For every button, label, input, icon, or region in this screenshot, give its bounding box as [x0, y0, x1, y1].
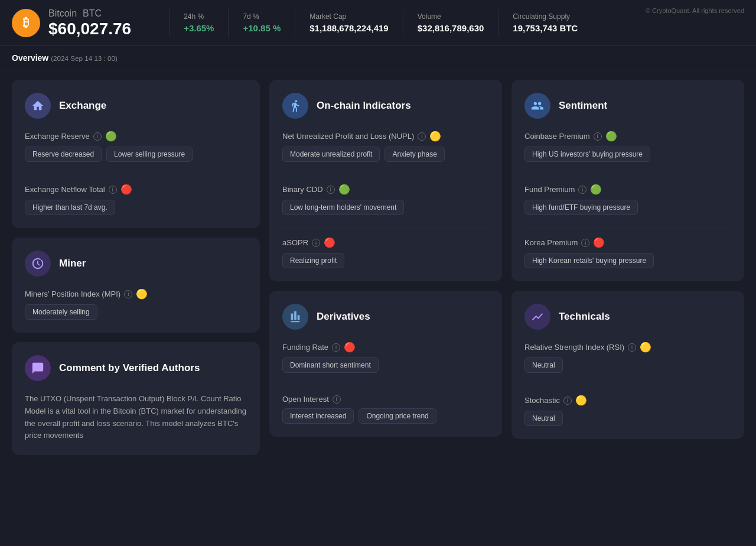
- divider-2: [228, 9, 229, 37]
- miner-mpi-info[interactable]: i: [124, 290, 132, 298]
- stochastic-info[interactable]: i: [563, 396, 572, 405]
- exchange-title: Exchange: [59, 100, 106, 112]
- sep1: [25, 174, 247, 174]
- tag-moderately-selling: Moderately selling: [25, 304, 97, 320]
- tag-rsi-neutral: Neutral: [524, 358, 563, 373]
- rsi-label: Relative Strength Index (RSI) i 🟡: [524, 342, 731, 353]
- korea-section: Korea Premium i 🔴 High Korean retails' b…: [524, 237, 731, 268]
- comment-body: The UTXO (Unspent Transaction Output) Bl…: [25, 393, 247, 442]
- korea-info[interactable]: i: [581, 239, 589, 247]
- rsi-status: 🟡: [640, 342, 651, 353]
- tag-realizing-profit: Realizing profit: [282, 253, 344, 268]
- nupl-info[interactable]: i: [418, 132, 426, 141]
- stochastic-label: Stochastic i 🟡: [524, 395, 731, 406]
- stat-24h: 24h % +3.65%: [184, 12, 214, 33]
- funding-info[interactable]: i: [332, 343, 340, 352]
- miner-header: Miner: [25, 251, 247, 277]
- stochastic-tags: Neutral: [524, 411, 731, 426]
- left-column: Exchange Exchange Reserve i 🟢 Reserve de…: [12, 80, 260, 455]
- comment-header: Comment by Verified Authors: [25, 355, 247, 381]
- coin-name: Bitcoin BTC: [48, 7, 131, 20]
- divider-5: [498, 9, 498, 37]
- sentiment-card: Sentiment Coinbase Premium i 🟢 High US i…: [511, 80, 744, 281]
- asopr-tags: Realizing profit: [282, 253, 489, 268]
- onchain-card: On-chain Indicators Net Unrealized Profi…: [269, 80, 502, 281]
- tag-lower-selling: Lower selling pressure: [106, 147, 193, 162]
- asopr-section: aSOPR i 🔴 Realizing profit: [282, 237, 489, 268]
- exchange-netflow-label: Exchange Netflow Total i 🔴: [25, 184, 247, 195]
- nupl-tags: Moderate unrealized profit Anxiety phase: [282, 147, 489, 162]
- stat-supply: Circulating Supply 19,753,743 BTC: [513, 12, 578, 33]
- comment-card: Comment by Verified Authors The UTXO (Un…: [12, 342, 260, 455]
- sep6: [524, 227, 731, 228]
- derivatives-card: Derivatives Funding Rate i 🔴 Dominant sh…: [269, 291, 502, 437]
- sep2: [282, 174, 489, 174]
- tag-stochastic-neutral: Neutral: [524, 411, 563, 426]
- binarycdd-section: Binary CDD i 🟢 Low long-term holders' mo…: [282, 184, 489, 215]
- coin-icon: ₿: [12, 9, 40, 37]
- asopr-info[interactable]: i: [312, 239, 320, 247]
- onchain-icon: [282, 93, 308, 119]
- sep7: [524, 385, 731, 385]
- stat-7d: 7d % +10.85 %: [243, 12, 281, 33]
- exchange-reserve-label: Exchange Reserve i 🟢: [25, 131, 247, 142]
- rsi-info[interactable]: i: [628, 343, 636, 352]
- overview-bar: Overview (2024 Sep 14 13 : 00): [0, 46, 756, 70]
- exchange-header: Exchange: [25, 93, 247, 119]
- binarycdd-info[interactable]: i: [327, 186, 335, 194]
- coinbase-label: Coinbase Premium i 🟢: [524, 131, 731, 142]
- fund-info[interactable]: i: [578, 186, 586, 194]
- tag-low-longterm: Low long-term holders' movement: [282, 200, 404, 215]
- technicals-icon: [524, 304, 550, 330]
- onchain-title: On-chain Indicators: [317, 100, 411, 112]
- funding-section: Funding Rate i 🔴 Dominant short sentimen…: [282, 342, 489, 373]
- openinterest-info[interactable]: i: [333, 395, 341, 404]
- fund-section: Fund Premium i 🟢 High fund/ETF buying pr…: [524, 184, 731, 215]
- funding-status: 🔴: [344, 342, 356, 353]
- asopr-status: 🔴: [324, 237, 335, 248]
- exchange-card: Exchange Exchange Reserve i 🟢 Reserve de…: [12, 80, 260, 228]
- exchange-netflow-status: 🔴: [120, 184, 132, 195]
- nupl-status: 🟡: [429, 131, 441, 142]
- stat-marketcap: Market Cap $1,188,678,224,419: [309, 12, 388, 33]
- technicals-title: Technicals: [559, 311, 610, 323]
- tag-high-fund-buying: High fund/ETF buying pressure: [524, 200, 638, 215]
- derivatives-icon: [282, 304, 308, 330]
- korea-status: 🔴: [593, 237, 605, 248]
- divider-3: [295, 9, 295, 37]
- binarycdd-label: Binary CDD i 🟢: [282, 184, 489, 195]
- sentiment-title: Sentiment: [559, 100, 607, 112]
- tag-ongoing-price-trend: Ongoing price trend: [359, 408, 436, 424]
- funding-tags: Dominant short sentiment: [282, 358, 489, 373]
- sep4: [282, 385, 489, 385]
- binarycdd-status: 🟢: [338, 184, 350, 195]
- exchange-netflow-info[interactable]: i: [109, 186, 117, 194]
- coinbase-tags: High US investors' buying pressure: [524, 147, 731, 162]
- fund-tags: High fund/ETF buying pressure: [524, 200, 731, 215]
- sep5: [524, 174, 731, 174]
- fund-label: Fund Premium i 🟢: [524, 184, 731, 195]
- miner-card: Miner Miners' Position Index (MPI) i 🟡 M…: [12, 238, 260, 333]
- divider-1: [169, 9, 170, 37]
- stochastic-section: Stochastic i 🟡 Neutral: [524, 395, 731, 426]
- openinterest-tags: Interest increased Ongoing price trend: [282, 408, 489, 424]
- coin-info: Bitcoin BTC $60,027.76: [48, 7, 131, 38]
- openinterest-section: Open Interest i Interest increased Ongoi…: [282, 395, 489, 424]
- top-bar: ₿ Bitcoin BTC $60,027.76 24h % +3.65% 7d…: [0, 0, 756, 46]
- exchange-netflow-tags: Higher than last 7d avg.: [25, 200, 247, 215]
- copyright: © CryptoQuant. All rights reserved: [646, 7, 744, 14]
- coinbase-status: 🟢: [605, 131, 617, 142]
- tag-moderate-profit: Moderate unrealized profit: [282, 147, 380, 162]
- coinbase-info[interactable]: i: [594, 132, 602, 141]
- tag-dominant-short: Dominant short sentiment: [282, 358, 379, 373]
- funding-label: Funding Rate i 🔴: [282, 342, 489, 353]
- exchange-icon: [25, 93, 51, 119]
- coinbase-section: Coinbase Premium i 🟢 High US investors' …: [524, 131, 731, 162]
- comment-icon: [25, 355, 51, 381]
- nupl-label: Net Unrealized Profit and Loss (NUPL) i …: [282, 131, 489, 142]
- divider-4: [403, 9, 403, 37]
- miner-mpi-section: Miners' Position Index (MPI) i 🟡 Moderat…: [25, 288, 247, 320]
- asopr-label: aSOPR i 🔴: [282, 237, 489, 248]
- right-column: Sentiment Coinbase Premium i 🟢 High US i…: [511, 80, 744, 455]
- exchange-reserve-info[interactable]: i: [93, 132, 102, 141]
